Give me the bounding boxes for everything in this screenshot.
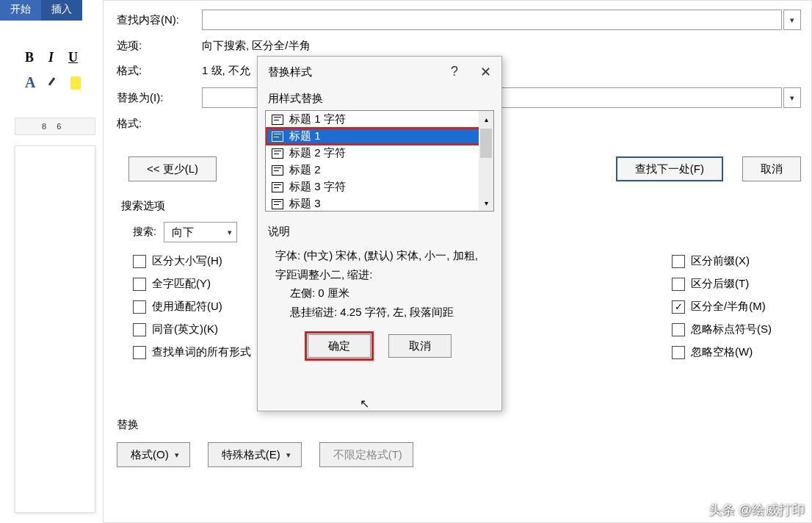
scroll-thumb[interactable] bbox=[480, 129, 492, 158]
cancel-button-2[interactable]: 取消 bbox=[388, 334, 452, 358]
document-page bbox=[15, 145, 95, 513]
help-button[interactable]: ? bbox=[451, 64, 458, 80]
style-icon bbox=[272, 182, 283, 192]
check-label: 区分全/半角(M) bbox=[691, 300, 766, 314]
close-button[interactable]: ✕ bbox=[480, 64, 491, 80]
dialog-title: 替换样式 bbox=[268, 65, 312, 79]
find-label: 查找内容(N): bbox=[117, 13, 202, 27]
check-whole-word[interactable] bbox=[133, 278, 146, 291]
check-label: 区分大小写(H) bbox=[152, 254, 222, 268]
options-label: 选项: bbox=[117, 39, 202, 53]
ok-button[interactable]: 确定 bbox=[308, 334, 371, 358]
check-match-case[interactable] bbox=[133, 255, 146, 268]
search-dir-label: 搜索: bbox=[133, 226, 156, 239]
style-icon bbox=[272, 165, 283, 176]
check-ignore-punct[interactable] bbox=[672, 323, 685, 336]
find-input[interactable] bbox=[202, 10, 782, 30]
format-dropdown-button[interactable]: 格式(O)▾ bbox=[117, 442, 190, 467]
check-label: 同音(英文)(K) bbox=[152, 322, 218, 336]
ribbon: 开始 插入 B I U A bbox=[0, 0, 103, 118]
check-label: 区分前缀(X) bbox=[691, 254, 750, 268]
check-fullhalf[interactable] bbox=[672, 300, 685, 314]
style-list[interactable]: 标题 1 字符 标题 1 标题 2 字符 标题 2 标题 3 字符 标题 3 ▴… bbox=[265, 110, 494, 212]
style-item[interactable]: 标题 1 字符 bbox=[266, 111, 493, 128]
chevron-down-icon: ▾ bbox=[286, 450, 291, 460]
underline-button[interactable]: U bbox=[68, 50, 78, 65]
style-item-selected[interactable]: 标题 1 bbox=[266, 128, 493, 145]
description-label: 说明 bbox=[258, 212, 501, 243]
format-label: 格式: bbox=[117, 64, 202, 78]
style-icon bbox=[272, 131, 283, 142]
replace-section-title: 替换 bbox=[117, 418, 801, 432]
description-text: 字体: (中文) 宋体, (默认) 宋体, 小一, 加粗, 字距调整小二, 缩进… bbox=[258, 243, 501, 321]
ribbon-tab-insert[interactable]: 插入 bbox=[41, 0, 82, 21]
scroll-down-icon[interactable]: ▾ bbox=[479, 195, 493, 211]
special-format-button[interactable]: 特殊格式(E)▾ bbox=[208, 442, 302, 467]
chevron-down-icon: ▾ bbox=[228, 228, 232, 237]
style-icon bbox=[272, 148, 283, 159]
check-label: 使用通配符(U) bbox=[152, 300, 222, 314]
no-format-button[interactable]: 不限定格式(T) bbox=[319, 442, 413, 467]
ribbon-tab-start[interactable]: 开始 bbox=[0, 0, 41, 21]
check-ignore-space[interactable] bbox=[672, 346, 685, 359]
replace-label: 替换为(I): bbox=[117, 91, 202, 105]
check-sounds-like[interactable] bbox=[133, 323, 146, 336]
cancel-button[interactable]: 取消 bbox=[742, 156, 801, 181]
less-button[interactable]: << 更少(L) bbox=[128, 156, 217, 181]
style-item[interactable]: 标题 3 bbox=[266, 195, 493, 212]
options-value: 向下搜索, 区分全/半角 bbox=[202, 39, 311, 53]
ruler: 86 bbox=[15, 118, 95, 135]
replace-dropdown[interactable]: ▾ bbox=[783, 87, 801, 108]
format-value: 1 级, 不允 bbox=[202, 64, 250, 78]
chevron-down-icon: ▾ bbox=[175, 450, 179, 460]
replace-style-dialog: 替换样式 ? ✕ 用样式替换 标题 1 字符 标题 1 标题 2 字符 标题 2… bbox=[257, 56, 502, 411]
highlight-button[interactable] bbox=[70, 76, 81, 90]
style-icon bbox=[272, 115, 283, 125]
style-item[interactable]: 标题 3 字符 bbox=[266, 178, 493, 195]
style-list-label: 用样式替换 bbox=[258, 86, 501, 110]
style-item[interactable]: 标题 2 字符 bbox=[266, 145, 493, 162]
check-suffix[interactable] bbox=[672, 278, 685, 291]
style-item[interactable]: 标题 2 bbox=[266, 162, 493, 178]
chevron-down-icon: ▾ bbox=[790, 15, 794, 25]
check-label: 全字匹配(Y) bbox=[152, 277, 211, 291]
chevron-down-icon: ▾ bbox=[790, 93, 794, 103]
watermark: 头条 @绘威打印 bbox=[708, 501, 805, 519]
style-icon bbox=[272, 199, 283, 209]
search-direction-select[interactable]: 向下▾ bbox=[164, 222, 237, 242]
check-all-forms[interactable] bbox=[133, 346, 146, 359]
format-label-2: 格式: bbox=[117, 117, 202, 131]
check-label: 忽略标点符号(S) bbox=[691, 322, 772, 336]
bold-button[interactable]: B bbox=[25, 50, 34, 65]
check-label: 查找单词的所有形式 bbox=[152, 345, 251, 359]
check-label: 忽略空格(W) bbox=[691, 345, 753, 359]
find-next-button[interactable]: 查找下一处(F) bbox=[616, 156, 723, 181]
italic-button[interactable]: I bbox=[48, 50, 54, 65]
scroll-up-icon[interactable]: ▴ bbox=[479, 111, 493, 127]
check-wildcards[interactable] bbox=[133, 300, 146, 314]
check-prefix[interactable] bbox=[672, 255, 685, 268]
check-label: 区分后缀(T) bbox=[691, 277, 749, 291]
pen-icon[interactable] bbox=[48, 76, 57, 90]
scrollbar[interactable]: ▴ ▾ bbox=[479, 111, 493, 211]
find-dropdown[interactable]: ▾ bbox=[783, 10, 801, 30]
font-color-button[interactable]: A bbox=[25, 74, 35, 91]
